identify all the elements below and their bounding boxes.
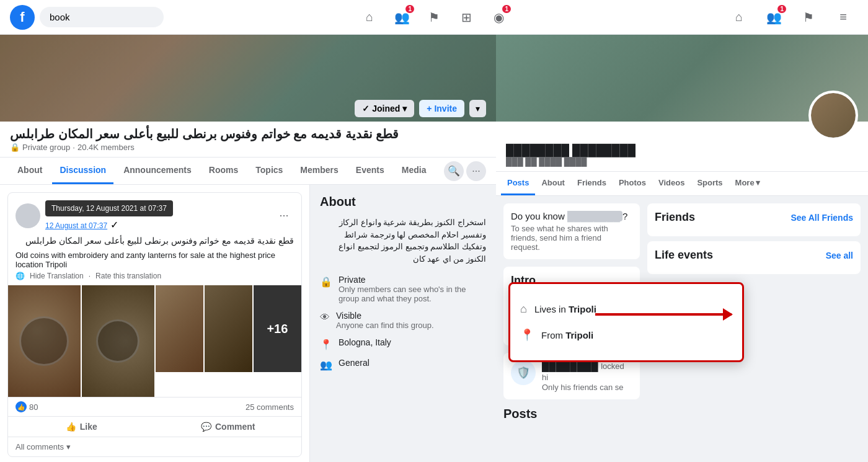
photo-grid: +16 — [8, 285, 301, 397]
photo-count: +16 — [267, 322, 288, 336]
about-panel: About استخراج الكنوز بطريقة شرعية وانواع… — [310, 185, 496, 462]
nav-center: ⌂ 👥 1 ⚑ ⊞ ◉ 1 — [355, 2, 513, 32]
home-location-icon: ⌂ — [520, 303, 527, 316]
photo-1[interactable] — [8, 285, 81, 397]
post-arabic-text: قطع نقدية قديمه مع خواتم وفنوس برنطى للب… — [8, 236, 301, 251]
see-all-life-link[interactable]: See all — [826, 251, 853, 260]
do-you-know-name-blur: ████████ — [567, 211, 622, 221]
post-english-text: Old coins with embroidery and zanty lant… — [8, 251, 301, 272]
profile-tab-more[interactable]: More ▾ — [729, 172, 766, 195]
profile-tabs: Posts About Friends Photos Videos Sports… — [496, 172, 868, 196]
fb-icon-small: 🌐 — [16, 272, 25, 280]
chevron-down-icon: ▾ — [66, 442, 71, 451]
nav-right-flag[interactable]: ⚑ — [794, 2, 823, 32]
tab-discussion[interactable]: Discussion — [52, 158, 113, 184]
right-friends-badge: 1 — [777, 5, 786, 13]
profile-cover-photo — [496, 35, 868, 122]
joined-chevron: ▾ — [402, 104, 407, 113]
search-tab-button[interactable]: 🔍 — [444, 161, 464, 181]
post-action-buttons: 👍 Like 💬 Comment — [8, 416, 301, 437]
nav-right-friends[interactable]: 👥 1 — [759, 2, 789, 32]
about-title: About — [320, 195, 486, 209]
about-location: 📍 Bologna, Italy — [320, 337, 486, 350]
location-pin-icon: 📍 — [320, 339, 332, 350]
lock-icon: 🔒 — [320, 276, 332, 288]
tab-about[interactable]: About — [10, 158, 50, 184]
comment-count: 25 comments — [246, 402, 294, 412]
nav-left: f — [10, 5, 164, 30]
friends-badge: 1 — [405, 5, 414, 13]
nav-groups-icon[interactable]: ◉ 1 — [484, 2, 513, 32]
comment-button[interactable]: 💬 Comment — [155, 417, 302, 437]
profile-avatar-image — [811, 93, 856, 138]
nav-right-menu[interactable]: ≡ — [828, 2, 858, 32]
life-events-section: Life events See all — [647, 241, 861, 274]
rate-translation-link[interactable]: Rate this translation — [95, 272, 161, 280]
more-tab-button[interactable]: ··· — [466, 161, 486, 181]
group-actions: ✓ Joined ▾ + Invite ▾ — [355, 100, 486, 117]
profile-tab-posts[interactable]: Posts — [501, 172, 535, 195]
from-item: 📍 From Tripoli — [520, 322, 732, 348]
post-header-info: Thursday, 12 August 2021 at 07:37 12 Aug… — [45, 200, 269, 231]
photo-2[interactable] — [82, 285, 154, 397]
profile-tab-sports[interactable]: Sports — [691, 172, 728, 195]
profile-avatar — [808, 91, 858, 140]
tab-members[interactable]: Members — [293, 158, 345, 184]
like-btn-icon: 👍 — [66, 422, 76, 432]
photo-4[interactable] — [205, 285, 252, 372]
post-header: Thursday, 12 August 2021 at 07:37 12 Aug… — [8, 193, 301, 236]
see-all-friends-link[interactable]: See All Friends — [790, 213, 853, 223]
locked-info: ████████ locked hi Only his friends can … — [542, 360, 632, 392]
joined-icon: ✓ — [362, 104, 370, 113]
friends-section: Friends See All Friends — [647, 203, 861, 236]
tab-topics[interactable]: Topics — [248, 158, 290, 184]
profile-avatar-container — [808, 91, 858, 140]
tab-actions: 🔍 ··· — [444, 161, 486, 181]
tab-media[interactable]: Media — [394, 158, 434, 184]
date-tooltip: Thursday, 12 August 2021 at 07:37 — [45, 200, 173, 216]
facebook-logo: f — [10, 5, 35, 30]
nav-home-icon[interactable]: ⌂ — [355, 2, 384, 32]
nav-right-home[interactable]: ⌂ — [724, 2, 754, 32]
profile-tab-friends[interactable]: Friends — [571, 172, 613, 195]
friends-title: Friends — [655, 211, 695, 224]
post-more-button[interactable]: ··· — [274, 206, 294, 226]
hide-translation-link[interactable]: Hide Translation — [30, 272, 84, 280]
tab-rooms[interactable]: Rooms — [202, 158, 246, 184]
posts-section-title: Posts — [503, 407, 640, 421]
like-icon: 👍 — [16, 401, 27, 412]
photo-3[interactable] — [156, 285, 203, 372]
lock-icon: 🔒 — [10, 143, 20, 152]
profile-name: ████████ ████████ — [506, 144, 858, 157]
nav-store-icon[interactable]: ⊞ — [451, 2, 481, 32]
post-panel: Thursday, 12 August 2021 at 07:37 12 Aug… — [0, 185, 310, 462]
post-date: 12 August at 07:37 ✓ — [45, 219, 269, 231]
lives-in-item: ⌂ Lives in Tripoli — [520, 296, 732, 322]
post-reactions: 👍 80 25 comments — [8, 397, 301, 416]
tab-events[interactable]: Events — [348, 158, 392, 184]
group-panel: ✓ Joined ▾ + Invite ▾ قطع نقدية قديمه مع… — [0, 35, 496, 462]
group-more-button[interactable]: ▾ — [469, 100, 486, 117]
chevron-more-icon: ▾ — [756, 178, 760, 187]
group-meta: 🔒 Private group · 20.4K members — [10, 143, 486, 152]
group-main-content: Thursday, 12 August 2021 at 07:37 12 Aug… — [0, 185, 496, 462]
profile-tab-photos[interactable]: Photos — [613, 172, 652, 195]
tab-announcements[interactable]: Announcements — [116, 158, 199, 184]
shield-icon: 🛡️ — [511, 360, 536, 385]
all-comments-bar[interactable]: All comments ▾ — [8, 437, 301, 456]
do-you-know-title: Do you know ████████ ? — [511, 211, 632, 221]
category-icon: 👥 — [320, 359, 332, 371]
search-input[interactable] — [40, 7, 164, 27]
profile-tab-videos[interactable]: Videos — [652, 172, 691, 195]
post-translation-bar: 🌐 Hide Translation · Rate this translati… — [8, 272, 301, 285]
about-private: 🔒 Private Only members can see who's in … — [320, 275, 486, 303]
invite-button[interactable]: + Invite — [419, 100, 464, 117]
profile-sub: ███ ██ ████ ████ — [506, 157, 858, 166]
joined-button[interactable]: ✓ Joined ▾ — [355, 100, 414, 117]
nav-flag-icon[interactable]: ⚑ — [419, 2, 449, 32]
photo-5-overlay[interactable]: +16 — [254, 285, 301, 372]
profile-tab-about[interactable]: About — [535, 172, 571, 195]
eye-icon: 👁 — [320, 312, 330, 323]
like-button[interactable]: 👍 Like — [8, 417, 155, 437]
nav-friends-icon[interactable]: 👥 1 — [387, 2, 417, 32]
